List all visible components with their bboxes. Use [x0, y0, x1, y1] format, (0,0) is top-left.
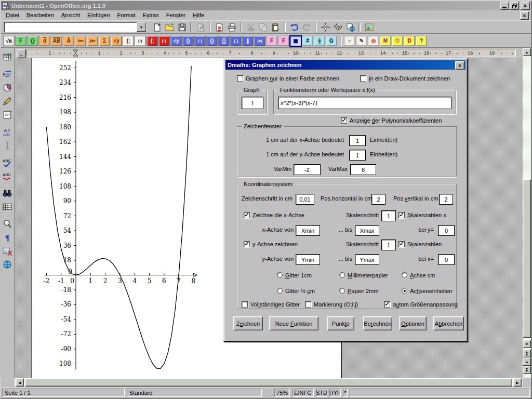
- dmaths-brace-blue-button[interactable]: {}: [206, 36, 218, 46]
- dmaths-draw-button[interactable]: ✎: [356, 36, 367, 46]
- radio-millimeter-paper[interactable]: Millimeterpapier: [339, 272, 388, 278]
- dmaths-protractor-button[interactable]: ∩: [344, 36, 355, 46]
- insert-frame-button[interactable]: [1, 109, 14, 121]
- menu-datei[interactable]: Datei: [2, 11, 23, 19]
- dmaths-dmaths-help-button[interactable]: ?: [416, 36, 427, 46]
- radio-grid-1cm[interactable]: Gitter 1cm: [277, 272, 312, 278]
- status-cell-1[interactable]: Standard: [127, 389, 262, 397]
- at-x-field[interactable]: 0: [438, 254, 455, 265]
- insert-fields-button[interactable]: [331, 21, 344, 33]
- dmaths-root-y-button[interactable]: √y: [111, 36, 122, 46]
- save-button[interactable]: [176, 21, 188, 33]
- graphics-onoff-button[interactable]: [1, 245, 14, 257]
- online-layout-button[interactable]: [1, 258, 14, 271]
- x-axis-from-field[interactable]: Xmin: [296, 225, 320, 236]
- dmaths-braces-green-button[interactable]: {}: [27, 36, 38, 46]
- close-button[interactable]: ×: [521, 2, 530, 10]
- dmaths-limit-button[interactable]: lim: [75, 36, 86, 46]
- checkbox-polynomial-coefficients[interactable]: Anzeige der Polynomialkoeffizienten: [341, 117, 442, 124]
- options-button[interactable]: Optionen: [399, 316, 427, 330]
- dmaths-macro-m-button[interactable]: M: [380, 36, 391, 46]
- menu-bearbeiten[interactable]: Bearbeiten: [23, 11, 58, 19]
- dmaths-segment-button[interactable]: AB: [51, 36, 62, 46]
- auto-spellcheck-button[interactable]: ABC: [1, 170, 14, 182]
- menu-einfügen[interactable]: Einfügen: [84, 11, 113, 19]
- dmaths-angle-button[interactable]: Â: [63, 36, 74, 46]
- vertical-scroll-thumb[interactable]: [523, 179, 531, 338]
- draw-button[interactable]: Zeichnen: [233, 316, 263, 330]
- undo-button[interactable]: [288, 21, 300, 33]
- menu-extras[interactable]: Extras: [139, 11, 162, 19]
- horizontal-scrollbar[interactable]: ◀ ▶: [15, 378, 523, 387]
- menu-hilfe[interactable]: Hilfe: [189, 11, 208, 19]
- points-button[interactable]: Punkte: [327, 316, 354, 330]
- at-y-field[interactable]: 0: [438, 225, 455, 236]
- scale-step-y-field[interactable]: 1: [381, 240, 396, 250]
- combobox-dropdown-button[interactable]: ▼: [137, 22, 146, 32]
- dmaths-axes-button[interactable]: ╫: [314, 36, 325, 46]
- dmaths-macro-o-button[interactable]: O: [392, 36, 403, 46]
- nonprinting-characters-button[interactable]: ¶: [1, 231, 14, 244]
- radio-axis-cm[interactable]: Achse cm: [402, 272, 435, 278]
- tab-selector-button[interactable]: ∟: [17, 49, 26, 58]
- checkbox-draw-y-axis[interactable]: y-Achse zeichnen: [244, 241, 298, 248]
- dmaths-interval-button[interactable]: (:): [135, 36, 146, 46]
- checkbox-scale-numbers-x[interactable]: Skalenzahlen x: [398, 211, 446, 219]
- cancel-button[interactable]: Abbrechen: [433, 316, 464, 330]
- web-layout-button[interactable]: [344, 21, 356, 33]
- dmaths-paren-small-button[interactable]: (): [182, 36, 194, 46]
- export-pdf-button[interactable]: [213, 21, 225, 33]
- status-cell-5[interactable]: HYP: [329, 389, 341, 397]
- scale-step-x-field[interactable]: 1: [381, 210, 396, 221]
- dmaths-function-f-button[interactable]: F: [15, 36, 26, 46]
- data-sources-button[interactable]: [1, 201, 14, 213]
- edit-file-button[interactable]: [194, 21, 207, 33]
- dmaths-brace-red-button[interactable]: {:: [147, 36, 158, 46]
- status-cell-0[interactable]: Seite 1 / 1: [2, 389, 125, 397]
- cut-button[interactable]: [244, 21, 257, 33]
- dmaths-macro-d-button[interactable]: D: [404, 36, 415, 46]
- scroll-right-button[interactable]: ▶: [513, 378, 522, 387]
- checkbox-full-grid[interactable]: Vollständiges Gitter: [242, 301, 300, 308]
- spellcheck-button[interactable]: ABC: [1, 156, 14, 169]
- x-axis-to-field[interactable]: Xmax: [355, 225, 379, 236]
- dmaths-f-cursor-button[interactable]: F: [278, 36, 289, 46]
- status-cell-3[interactable]: EINFG: [292, 389, 314, 397]
- dmaths-paren-large-button[interactable]: ( ): [194, 36, 206, 46]
- menu-ansicht[interactable]: Ansicht: [58, 11, 84, 19]
- gallery-button[interactable]: [363, 21, 375, 33]
- y-axis-from-field[interactable]: Ymin: [296, 254, 320, 265]
- print-button[interactable]: [225, 21, 238, 33]
- url-combobox[interactable]: ▼: [4, 22, 147, 32]
- indent-marker[interactable]: [73, 49, 78, 57]
- navigator-button[interactable]: [319, 21, 331, 33]
- dmaths-spiral-button[interactable]: ◎: [368, 36, 379, 46]
- dmaths-grid-button[interactable]: #: [302, 36, 313, 46]
- vertical-scrollbar[interactable]: ▲ ▼ ▲▲ ● ▼▼: [523, 48, 531, 378]
- zoom-button[interactable]: [1, 218, 14, 230]
- new-function-button[interactable]: Neue Funktion: [269, 316, 318, 330]
- x-scale-field[interactable]: 1: [349, 135, 366, 146]
- pos-vertical-field[interactable]: 2: [439, 194, 453, 205]
- direct-cursor-button[interactable]: [1, 139, 14, 152]
- function-term-field[interactable]: x^2*(x-3)*(x-7): [278, 97, 451, 109]
- find-replace-button[interactable]: [1, 187, 14, 200]
- insert-section-button[interactable]: [1, 68, 14, 81]
- redo-button[interactable]: [300, 21, 313, 33]
- draw-functions-button[interactable]: [1, 95, 14, 108]
- insert-chart-button[interactable]: [1, 82, 14, 94]
- varmax-field[interactable]: 8: [350, 164, 376, 175]
- horizontal-ruler[interactable]: 112345678910111213141516171819: [26, 49, 516, 57]
- radio-grid-half-cm[interactable]: Gitter ½ cm: [277, 287, 315, 294]
- dialog-title-bar[interactable]: Dmaths: Graphen zeichnen ×: [225, 60, 466, 70]
- checkbox-draw-document[interactable]: in ein Draw-Dokument zeichnen: [360, 75, 450, 82]
- open-button[interactable]: [163, 21, 176, 33]
- radio-paper-2mm[interactable]: Papier 2mm: [339, 287, 378, 294]
- graph-name-field[interactable]: f: [242, 97, 263, 109]
- restore-button[interactable]: [510, 2, 519, 10]
- varmin-field[interactable]: -2: [294, 164, 321, 175]
- scroll-left-button[interactable]: ◀: [16, 378, 24, 387]
- dmaths-graph-window-button[interactable]: ▦: [290, 36, 301, 46]
- checkbox-marking-oij[interactable]: Markierung (O;i;j): [305, 301, 358, 308]
- document-close-button[interactable]: ×: [520, 11, 529, 20]
